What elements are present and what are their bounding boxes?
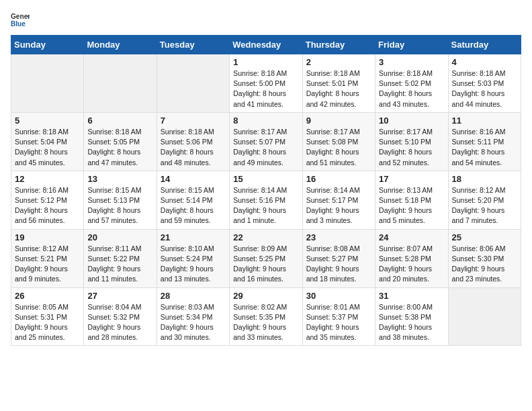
day-info: Sunrise: 8:18 AMSunset: 5:01 PMDaylight:… xyxy=(306,68,371,109)
day-info: Sunrise: 8:10 AMSunset: 5:24 PMDaylight:… xyxy=(161,244,226,285)
calendar-day-cell: 21Sunrise: 8:10 AMSunset: 5:24 PMDayligh… xyxy=(157,229,229,287)
calendar-day-cell: 9Sunrise: 8:17 AMSunset: 5:08 PMDaylight… xyxy=(302,112,375,171)
calendar-day-cell: 2Sunrise: 8:18 AMSunset: 5:01 PMDaylight… xyxy=(302,54,375,113)
calendar-week-row: 12Sunrise: 8:16 AMSunset: 5:12 PMDayligh… xyxy=(11,171,521,229)
calendar-day-cell: 19Sunrise: 8:12 AMSunset: 5:21 PMDayligh… xyxy=(11,229,84,287)
day-info: Sunrise: 8:17 AMSunset: 5:10 PMDaylight:… xyxy=(379,127,444,168)
day-number: 15 xyxy=(233,174,298,184)
calendar-day-cell: 29Sunrise: 8:02 AMSunset: 5:35 PMDayligh… xyxy=(230,287,302,346)
calendar-day-cell: 16Sunrise: 8:14 AMSunset: 5:17 PMDayligh… xyxy=(302,171,375,229)
calendar-week-row: 1Sunrise: 8:18 AMSunset: 5:00 PMDaylight… xyxy=(11,54,521,113)
day-number: 22 xyxy=(233,232,298,242)
calendar-week-row: 26Sunrise: 8:05 AMSunset: 5:31 PMDayligh… xyxy=(11,287,521,346)
calendar-week-row: 19Sunrise: 8:12 AMSunset: 5:21 PMDayligh… xyxy=(11,229,521,287)
calendar-day-cell: 4Sunrise: 8:18 AMSunset: 5:03 PMDaylight… xyxy=(448,54,521,113)
day-info: Sunrise: 8:18 AMSunset: 5:04 PMDaylight:… xyxy=(15,127,80,168)
calendar-day-cell: 13Sunrise: 8:15 AMSunset: 5:13 PMDayligh… xyxy=(84,171,157,229)
calendar-day-cell: 25Sunrise: 8:06 AMSunset: 5:30 PMDayligh… xyxy=(448,229,521,287)
day-number: 2 xyxy=(306,57,371,67)
calendar-day-cell: 22Sunrise: 8:09 AMSunset: 5:25 PMDayligh… xyxy=(230,229,302,287)
day-number: 21 xyxy=(161,232,226,242)
calendar-day-cell: 15Sunrise: 8:14 AMSunset: 5:16 PMDayligh… xyxy=(230,171,302,229)
day-info: Sunrise: 8:12 AMSunset: 5:20 PMDaylight:… xyxy=(452,185,517,226)
calendar-day-cell: 30Sunrise: 8:01 AMSunset: 5:37 PMDayligh… xyxy=(302,287,375,346)
day-info: Sunrise: 8:04 AMSunset: 5:32 PMDaylight:… xyxy=(87,302,152,343)
calendar-day-cell xyxy=(157,54,229,113)
logo: General Blue xyxy=(11,11,32,30)
calendar-day-cell: 8Sunrise: 8:17 AMSunset: 5:07 PMDaylight… xyxy=(230,112,302,171)
day-number: 19 xyxy=(15,232,80,242)
day-number: 11 xyxy=(452,116,517,126)
day-info: Sunrise: 8:14 AMSunset: 5:17 PMDaylight:… xyxy=(306,185,371,226)
day-number: 24 xyxy=(379,232,444,242)
day-info: Sunrise: 8:06 AMSunset: 5:30 PMDaylight:… xyxy=(452,244,517,285)
calendar-day-cell: 20Sunrise: 8:11 AMSunset: 5:22 PMDayligh… xyxy=(84,229,157,287)
day-number: 10 xyxy=(379,116,444,126)
day-info: Sunrise: 8:17 AMSunset: 5:08 PMDaylight:… xyxy=(306,127,371,168)
calendar-header-row: SundayMondayTuesdayWednesdayThursdayFrid… xyxy=(11,36,521,54)
calendar-day-cell: 5Sunrise: 8:18 AMSunset: 5:04 PMDaylight… xyxy=(11,112,84,171)
day-info: Sunrise: 8:02 AMSunset: 5:35 PMDaylight:… xyxy=(233,302,298,343)
calendar-day-cell: 26Sunrise: 8:05 AMSunset: 5:31 PMDayligh… xyxy=(11,287,84,346)
day-number: 31 xyxy=(379,291,444,301)
day-info: Sunrise: 8:15 AMSunset: 5:13 PMDaylight:… xyxy=(87,185,152,226)
day-info: Sunrise: 8:07 AMSunset: 5:28 PMDaylight:… xyxy=(379,244,444,285)
day-number: 14 xyxy=(161,174,226,184)
day-info: Sunrise: 8:17 AMSunset: 5:07 PMDaylight:… xyxy=(233,127,298,168)
calendar-day-cell: 7Sunrise: 8:18 AMSunset: 5:06 PMDaylight… xyxy=(157,112,229,171)
day-number: 9 xyxy=(306,116,371,126)
day-info: Sunrise: 8:16 AMSunset: 5:12 PMDaylight:… xyxy=(15,185,80,226)
calendar-day-cell: 17Sunrise: 8:13 AMSunset: 5:18 PMDayligh… xyxy=(375,171,448,229)
day-number: 16 xyxy=(306,174,371,184)
day-number: 17 xyxy=(379,174,444,184)
calendar-table: SundayMondayTuesdayWednesdayThursdayFrid… xyxy=(11,35,521,346)
day-of-week-header: Monday xyxy=(84,36,157,54)
calendar-day-cell: 6Sunrise: 8:18 AMSunset: 5:05 PMDaylight… xyxy=(84,112,157,171)
day-info: Sunrise: 8:18 AMSunset: 5:00 PMDaylight:… xyxy=(233,68,298,109)
day-number: 28 xyxy=(161,291,226,301)
calendar-day-cell: 18Sunrise: 8:12 AMSunset: 5:20 PMDayligh… xyxy=(448,171,521,229)
calendar-day-cell: 27Sunrise: 8:04 AMSunset: 5:32 PMDayligh… xyxy=(84,287,157,346)
calendar-day-cell xyxy=(448,287,521,346)
day-number: 30 xyxy=(306,291,371,301)
day-number: 7 xyxy=(161,116,226,126)
day-number: 25 xyxy=(452,232,517,242)
day-number: 23 xyxy=(306,232,371,242)
day-of-week-header: Thursday xyxy=(302,36,375,54)
day-of-week-header: Wednesday xyxy=(230,36,302,54)
calendar-day-cell: 31Sunrise: 8:00 AMSunset: 5:38 PMDayligh… xyxy=(375,287,448,346)
day-number: 1 xyxy=(233,57,298,67)
day-info: Sunrise: 8:14 AMSunset: 5:16 PMDaylight:… xyxy=(233,185,298,226)
calendar-day-cell: 11Sunrise: 8:16 AMSunset: 5:11 PMDayligh… xyxy=(448,112,521,171)
day-number: 6 xyxy=(87,116,152,126)
day-number: 12 xyxy=(15,174,80,184)
day-of-week-header: Tuesday xyxy=(157,36,229,54)
day-info: Sunrise: 8:08 AMSunset: 5:27 PMDaylight:… xyxy=(306,244,371,285)
svg-text:Blue: Blue xyxy=(11,20,26,28)
page-header: General Blue xyxy=(11,11,521,30)
calendar-day-cell: 14Sunrise: 8:15 AMSunset: 5:14 PMDayligh… xyxy=(157,171,229,229)
day-info: Sunrise: 8:13 AMSunset: 5:18 PMDaylight:… xyxy=(379,185,444,226)
day-info: Sunrise: 8:18 AMSunset: 5:03 PMDaylight:… xyxy=(452,68,517,109)
day-of-week-header: Saturday xyxy=(448,36,521,54)
day-info: Sunrise: 8:05 AMSunset: 5:31 PMDaylight:… xyxy=(15,302,80,343)
calendar-week-row: 5Sunrise: 8:18 AMSunset: 5:04 PMDaylight… xyxy=(11,112,521,171)
day-info: Sunrise: 8:01 AMSunset: 5:37 PMDaylight:… xyxy=(306,302,371,343)
calendar-day-cell xyxy=(84,54,157,113)
day-number: 29 xyxy=(233,291,298,301)
day-number: 27 xyxy=(87,291,152,301)
day-of-week-header: Sunday xyxy=(11,36,84,54)
day-number: 5 xyxy=(15,116,80,126)
day-info: Sunrise: 8:09 AMSunset: 5:25 PMDaylight:… xyxy=(233,244,298,285)
day-number: 20 xyxy=(87,232,152,242)
calendar-day-cell: 3Sunrise: 8:18 AMSunset: 5:02 PMDaylight… xyxy=(375,54,448,113)
day-info: Sunrise: 8:18 AMSunset: 5:02 PMDaylight:… xyxy=(379,68,444,109)
day-info: Sunrise: 8:12 AMSunset: 5:21 PMDaylight:… xyxy=(15,244,80,285)
day-number: 18 xyxy=(452,174,517,184)
calendar-day-cell: 10Sunrise: 8:17 AMSunset: 5:10 PMDayligh… xyxy=(375,112,448,171)
calendar-day-cell: 24Sunrise: 8:07 AMSunset: 5:28 PMDayligh… xyxy=(375,229,448,287)
calendar-day-cell: 28Sunrise: 8:03 AMSunset: 5:34 PMDayligh… xyxy=(157,287,229,346)
svg-text:General: General xyxy=(11,13,30,20)
day-info: Sunrise: 8:03 AMSunset: 5:34 PMDaylight:… xyxy=(161,302,226,343)
day-info: Sunrise: 8:18 AMSunset: 5:05 PMDaylight:… xyxy=(87,127,152,168)
